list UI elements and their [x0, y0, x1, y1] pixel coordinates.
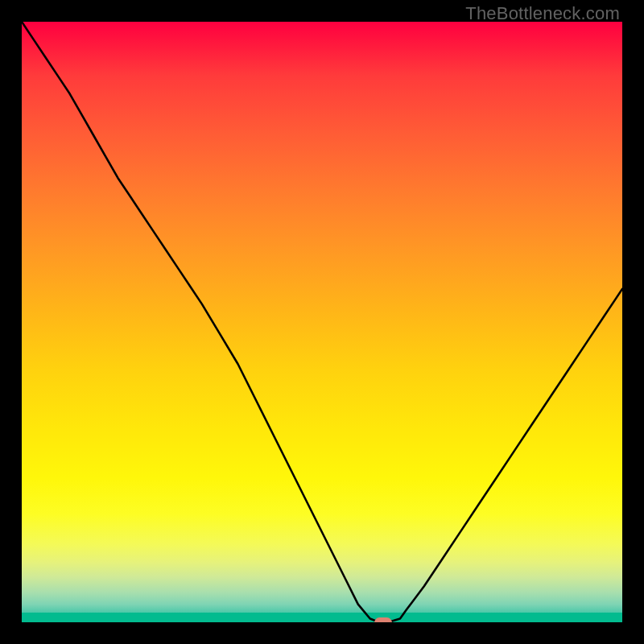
- bottleneck-curve: [22, 22, 622, 622]
- watermark-text: TheBottleneck.com: [465, 3, 620, 24]
- plot-area: [22, 22, 622, 622]
- optimal-marker: [374, 617, 392, 623]
- chart-frame: TheBottleneck.com: [0, 0, 644, 644]
